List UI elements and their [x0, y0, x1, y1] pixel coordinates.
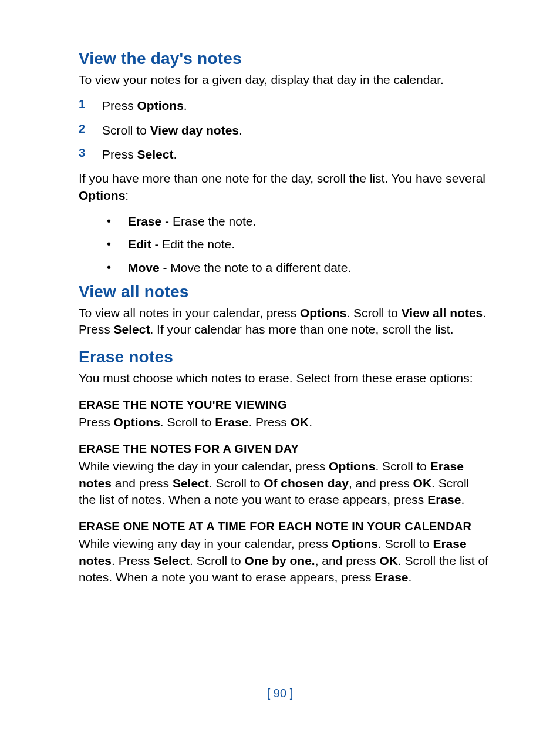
bullet-text: Edit - Edit the note.: [128, 236, 235, 252]
text: .: [184, 99, 187, 112]
bullet-text: Erase - Erase the note.: [128, 213, 256, 229]
step-number: 2: [79, 122, 102, 138]
heading-erase-notes: Erase notes: [79, 348, 490, 366]
paragraph: Press Options. Scroll to Erase. Press OK…: [79, 414, 490, 431]
text: While viewing the day in your calendar, …: [79, 459, 329, 473]
bold-text: Options: [332, 537, 378, 550]
bullet-icon: •: [107, 236, 128, 252]
text: .: [239, 123, 242, 137]
text: - Erase the note.: [161, 214, 256, 228]
bold-text: Options: [329, 459, 375, 473]
text: .: [173, 147, 177, 161]
text: . Press: [248, 415, 290, 429]
document-page: View the day's notes To view your notes …: [0, 0, 560, 733]
bold-text: OK: [291, 415, 309, 429]
bullet-item: • Erase - Erase the note.: [79, 213, 490, 229]
paragraph: To view your notes for a given day, disp…: [79, 72, 490, 88]
paragraph: While viewing the day in your calendar, …: [79, 458, 490, 508]
text: . If your calendar has more than one not…: [150, 322, 453, 336]
bold-text: Of chosen day: [264, 476, 349, 490]
bold-text: OK: [379, 554, 398, 567]
text: Press: [102, 147, 137, 161]
bold-text: View all notes: [402, 306, 483, 320]
text: . Scroll to: [160, 415, 215, 429]
bold-text: Edit: [128, 237, 151, 251]
bullet-icon: •: [107, 260, 128, 275]
text: and press: [112, 476, 173, 490]
text: .: [461, 493, 464, 506]
step-text: Press Options.: [102, 97, 187, 113]
bold-text: OK: [413, 476, 432, 490]
bold-text: Erase: [427, 493, 461, 506]
text: . Scroll to: [190, 554, 244, 567]
bold-text: Erase: [128, 214, 161, 228]
text: . Press: [112, 554, 153, 567]
page-number: [ 90 ]: [0, 687, 560, 700]
bullet-item: • Edit - Edit the note.: [79, 236, 490, 252]
bold-text: Select: [137, 147, 174, 161]
paragraph: You must choose which notes to erase. Se…: [79, 370, 490, 386]
bold-text: One by one.: [244, 554, 315, 567]
paragraph: While viewing any day in your calendar, …: [79, 536, 490, 586]
text: , and press: [349, 476, 413, 490]
text: . Scroll to: [209, 476, 264, 490]
bold-text: Erase: [375, 570, 408, 584]
bold-text: View day notes: [150, 123, 239, 137]
bold-text: Options: [300, 306, 346, 320]
text: Press: [79, 415, 114, 429]
text: , and press: [315, 554, 380, 567]
step-number: 3: [79, 146, 102, 162]
step-item: 1 Press Options.: [79, 97, 490, 113]
bold-text: Options: [114, 415, 160, 429]
heading-view-all-notes: View all notes: [79, 283, 490, 301]
subheading-erase-viewing: ERASE THE NOTE YOU'RE VIEWING: [79, 398, 490, 412]
bold-text: Select: [173, 476, 209, 490]
paragraph: To view all notes in your calendar, pres…: [79, 305, 490, 338]
text: .: [309, 415, 312, 429]
bold-text: Erase: [215, 415, 248, 429]
text: Scroll to: [102, 123, 150, 137]
text: :: [125, 189, 129, 202]
text: Press: [102, 99, 137, 112]
bold-text: Select: [114, 322, 150, 336]
text: - Edit the note.: [151, 237, 235, 251]
bold-text: Move: [128, 261, 160, 274]
text: . Scroll to: [375, 459, 430, 473]
bullet-text: Move - Move the note to a different date…: [128, 260, 351, 275]
text: While viewing any day in your calendar, …: [79, 537, 332, 550]
subheading-erase-one-by-one: ERASE ONE NOTE AT A TIME FOR EACH NOTE I…: [79, 520, 490, 533]
step-item: 3 Press Select.: [79, 146, 490, 162]
text: - Move the note to a different date.: [160, 261, 351, 274]
text: . Scroll to: [346, 306, 401, 320]
heading-view-days-notes: View the day's notes: [79, 49, 490, 68]
bold-text: Options: [137, 99, 184, 112]
step-text: Press Select.: [102, 146, 177, 162]
step-text: Scroll to View day notes.: [102, 122, 242, 138]
step-number: 1: [79, 97, 102, 113]
bullet-icon: •: [107, 213, 128, 229]
bold-text: Select: [153, 554, 190, 567]
text: If you have more than one note for the d…: [79, 172, 485, 185]
text: To view all notes in your calendar, pres…: [79, 306, 300, 320]
text: . Scroll to: [378, 537, 433, 550]
bold-text: Options: [79, 189, 125, 202]
step-item: 2 Scroll to View day notes.: [79, 122, 490, 138]
paragraph: If you have more than one note for the d…: [79, 170, 490, 204]
subheading-erase-given-day: ERASE THE NOTES FOR A GIVEN DAY: [79, 442, 490, 456]
text: .: [409, 570, 412, 584]
bullet-item: • Move - Move the note to a different da…: [79, 260, 490, 275]
